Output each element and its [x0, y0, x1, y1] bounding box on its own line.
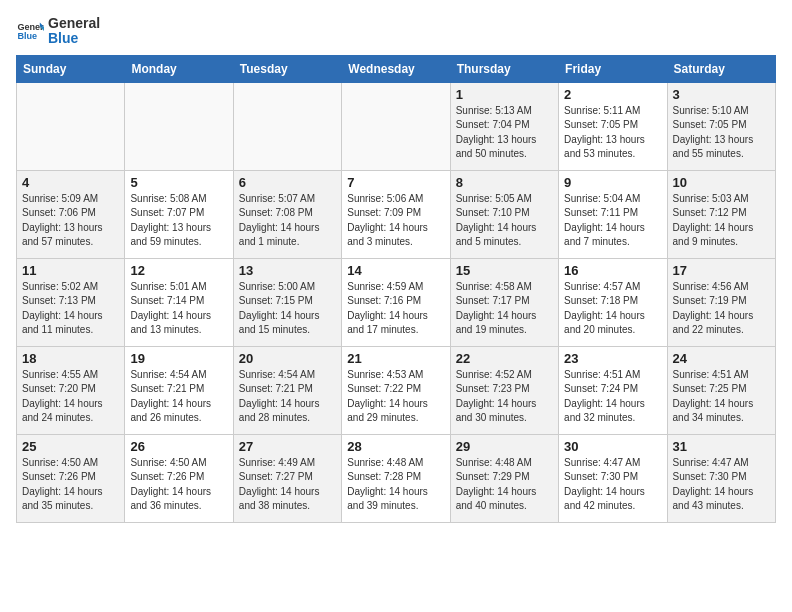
day-info: Sunrise: 5:04 AM Sunset: 7:11 PM Dayligh… — [564, 192, 661, 250]
day-info: Sunrise: 4:49 AM Sunset: 7:27 PM Dayligh… — [239, 456, 336, 514]
day-info: Sunrise: 5:03 AM Sunset: 7:12 PM Dayligh… — [673, 192, 770, 250]
day-info: Sunrise: 5:11 AM Sunset: 7:05 PM Dayligh… — [564, 104, 661, 162]
day-info: Sunrise: 4:47 AM Sunset: 7:30 PM Dayligh… — [564, 456, 661, 514]
header-monday: Monday — [125, 55, 233, 82]
day-cell: 30Sunrise: 4:47 AM Sunset: 7:30 PM Dayli… — [559, 434, 667, 522]
calendar-table: SundayMondayTuesdayWednesdayThursdayFrid… — [16, 55, 776, 523]
day-number: 23 — [564, 351, 661, 366]
day-cell — [233, 82, 341, 170]
logo-blue: Blue — [48, 31, 100, 46]
day-number: 24 — [673, 351, 770, 366]
day-cell — [17, 82, 125, 170]
day-info: Sunrise: 5:10 AM Sunset: 7:05 PM Dayligh… — [673, 104, 770, 162]
week-row-5: 25Sunrise: 4:50 AM Sunset: 7:26 PM Dayli… — [17, 434, 776, 522]
day-cell: 15Sunrise: 4:58 AM Sunset: 7:17 PM Dayli… — [450, 258, 558, 346]
day-cell: 4Sunrise: 5:09 AM Sunset: 7:06 PM Daylig… — [17, 170, 125, 258]
day-cell: 7Sunrise: 5:06 AM Sunset: 7:09 PM Daylig… — [342, 170, 450, 258]
day-cell: 26Sunrise: 4:50 AM Sunset: 7:26 PM Dayli… — [125, 434, 233, 522]
day-number: 25 — [22, 439, 119, 454]
day-number: 26 — [130, 439, 227, 454]
day-cell: 29Sunrise: 4:48 AM Sunset: 7:29 PM Dayli… — [450, 434, 558, 522]
day-number: 31 — [673, 439, 770, 454]
day-info: Sunrise: 4:58 AM Sunset: 7:17 PM Dayligh… — [456, 280, 553, 338]
day-number: 17 — [673, 263, 770, 278]
day-info: Sunrise: 4:48 AM Sunset: 7:29 PM Dayligh… — [456, 456, 553, 514]
day-info: Sunrise: 4:47 AM Sunset: 7:30 PM Dayligh… — [673, 456, 770, 514]
day-number: 5 — [130, 175, 227, 190]
day-cell: 18Sunrise: 4:55 AM Sunset: 7:20 PM Dayli… — [17, 346, 125, 434]
day-info: Sunrise: 5:07 AM Sunset: 7:08 PM Dayligh… — [239, 192, 336, 250]
day-cell: 24Sunrise: 4:51 AM Sunset: 7:25 PM Dayli… — [667, 346, 775, 434]
day-cell: 28Sunrise: 4:48 AM Sunset: 7:28 PM Dayli… — [342, 434, 450, 522]
day-info: Sunrise: 4:50 AM Sunset: 7:26 PM Dayligh… — [130, 456, 227, 514]
logo-general: General — [48, 16, 100, 31]
day-number: 12 — [130, 263, 227, 278]
day-info: Sunrise: 4:54 AM Sunset: 7:21 PM Dayligh… — [239, 368, 336, 426]
day-info: Sunrise: 5:06 AM Sunset: 7:09 PM Dayligh… — [347, 192, 444, 250]
day-cell: 19Sunrise: 4:54 AM Sunset: 7:21 PM Dayli… — [125, 346, 233, 434]
day-info: Sunrise: 5:09 AM Sunset: 7:06 PM Dayligh… — [22, 192, 119, 250]
day-number: 16 — [564, 263, 661, 278]
day-number: 18 — [22, 351, 119, 366]
day-cell: 27Sunrise: 4:49 AM Sunset: 7:27 PM Dayli… — [233, 434, 341, 522]
svg-text:Blue: Blue — [17, 32, 37, 42]
day-cell: 14Sunrise: 4:59 AM Sunset: 7:16 PM Dayli… — [342, 258, 450, 346]
day-number: 13 — [239, 263, 336, 278]
day-cell: 11Sunrise: 5:02 AM Sunset: 7:13 PM Dayli… — [17, 258, 125, 346]
day-number: 29 — [456, 439, 553, 454]
day-cell: 9Sunrise: 5:04 AM Sunset: 7:11 PM Daylig… — [559, 170, 667, 258]
day-info: Sunrise: 4:51 AM Sunset: 7:24 PM Dayligh… — [564, 368, 661, 426]
day-number: 27 — [239, 439, 336, 454]
day-number: 11 — [22, 263, 119, 278]
day-info: Sunrise: 5:00 AM Sunset: 7:15 PM Dayligh… — [239, 280, 336, 338]
day-number: 8 — [456, 175, 553, 190]
day-number: 28 — [347, 439, 444, 454]
day-number: 1 — [456, 87, 553, 102]
day-info: Sunrise: 4:52 AM Sunset: 7:23 PM Dayligh… — [456, 368, 553, 426]
day-number: 2 — [564, 87, 661, 102]
page-header: General Blue General Blue — [16, 16, 776, 47]
day-info: Sunrise: 4:57 AM Sunset: 7:18 PM Dayligh… — [564, 280, 661, 338]
day-info: Sunrise: 5:13 AM Sunset: 7:04 PM Dayligh… — [456, 104, 553, 162]
day-cell: 25Sunrise: 4:50 AM Sunset: 7:26 PM Dayli… — [17, 434, 125, 522]
day-info: Sunrise: 5:08 AM Sunset: 7:07 PM Dayligh… — [130, 192, 227, 250]
day-number: 30 — [564, 439, 661, 454]
day-cell: 20Sunrise: 4:54 AM Sunset: 7:21 PM Dayli… — [233, 346, 341, 434]
day-info: Sunrise: 4:48 AM Sunset: 7:28 PM Dayligh… — [347, 456, 444, 514]
day-cell: 1Sunrise: 5:13 AM Sunset: 7:04 PM Daylig… — [450, 82, 558, 170]
logo-wordmark: General Blue — [48, 16, 100, 47]
day-info: Sunrise: 5:05 AM Sunset: 7:10 PM Dayligh… — [456, 192, 553, 250]
day-info: Sunrise: 4:54 AM Sunset: 7:21 PM Dayligh… — [130, 368, 227, 426]
day-info: Sunrise: 4:59 AM Sunset: 7:16 PM Dayligh… — [347, 280, 444, 338]
day-cell: 31Sunrise: 4:47 AM Sunset: 7:30 PM Dayli… — [667, 434, 775, 522]
day-info: Sunrise: 4:50 AM Sunset: 7:26 PM Dayligh… — [22, 456, 119, 514]
day-number: 4 — [22, 175, 119, 190]
day-cell: 17Sunrise: 4:56 AM Sunset: 7:19 PM Dayli… — [667, 258, 775, 346]
day-info: Sunrise: 4:53 AM Sunset: 7:22 PM Dayligh… — [347, 368, 444, 426]
header-saturday: Saturday — [667, 55, 775, 82]
logo: General Blue General Blue — [16, 16, 100, 47]
header-friday: Friday — [559, 55, 667, 82]
day-cell: 21Sunrise: 4:53 AM Sunset: 7:22 PM Dayli… — [342, 346, 450, 434]
day-number: 10 — [673, 175, 770, 190]
header-thursday: Thursday — [450, 55, 558, 82]
week-row-2: 4Sunrise: 5:09 AM Sunset: 7:06 PM Daylig… — [17, 170, 776, 258]
logo-icon: General Blue — [16, 17, 44, 45]
header-tuesday: Tuesday — [233, 55, 341, 82]
day-info: Sunrise: 4:55 AM Sunset: 7:20 PM Dayligh… — [22, 368, 119, 426]
day-cell: 6Sunrise: 5:07 AM Sunset: 7:08 PM Daylig… — [233, 170, 341, 258]
day-number: 14 — [347, 263, 444, 278]
day-number: 19 — [130, 351, 227, 366]
day-cell: 22Sunrise: 4:52 AM Sunset: 7:23 PM Dayli… — [450, 346, 558, 434]
week-row-1: 1Sunrise: 5:13 AM Sunset: 7:04 PM Daylig… — [17, 82, 776, 170]
day-cell: 13Sunrise: 5:00 AM Sunset: 7:15 PM Dayli… — [233, 258, 341, 346]
day-number: 20 — [239, 351, 336, 366]
day-number: 9 — [564, 175, 661, 190]
week-row-4: 18Sunrise: 4:55 AM Sunset: 7:20 PM Dayli… — [17, 346, 776, 434]
day-cell: 23Sunrise: 4:51 AM Sunset: 7:24 PM Dayli… — [559, 346, 667, 434]
day-cell — [342, 82, 450, 170]
day-cell: 16Sunrise: 4:57 AM Sunset: 7:18 PM Dayli… — [559, 258, 667, 346]
day-number: 22 — [456, 351, 553, 366]
day-cell: 2Sunrise: 5:11 AM Sunset: 7:05 PM Daylig… — [559, 82, 667, 170]
header-wednesday: Wednesday — [342, 55, 450, 82]
